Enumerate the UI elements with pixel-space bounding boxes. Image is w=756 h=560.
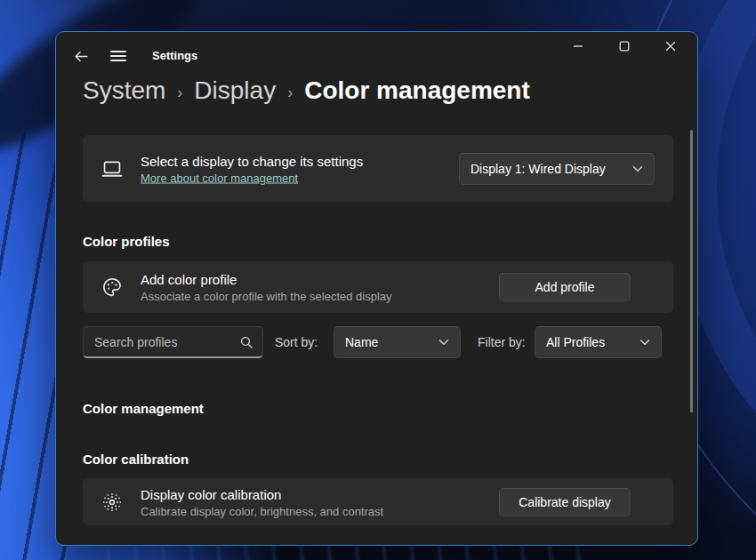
- filter-by-dropdown[interactable]: All Profiles: [535, 326, 662, 358]
- display-selector-title: Select a display to change its settings: [141, 153, 363, 168]
- search-profiles-box: [83, 326, 263, 358]
- brightness-calibration-icon: [101, 491, 124, 514]
- sort-by-value: Name: [345, 335, 378, 349]
- minimize-icon: [573, 41, 583, 52]
- desktop: Settings: [0, 0, 756, 560]
- color-profiles-heading: Color profiles: [83, 234, 170, 249]
- breadcrumb-system[interactable]: System: [83, 76, 165, 105]
- sort-by-label: Sort by:: [275, 335, 318, 349]
- color-management-heading: Color management: [83, 401, 204, 416]
- add-color-profile-card: Add color profile Associate a color prof…: [83, 261, 673, 313]
- display-color-calibration-card: Display color calibration Calibrate disp…: [83, 478, 673, 525]
- breadcrumb-display[interactable]: Display: [194, 76, 276, 105]
- minimize-button[interactable]: [558, 33, 599, 60]
- display-select-value: Display 1: Wired Display: [470, 162, 606, 176]
- close-button[interactable]: [650, 33, 691, 60]
- breadcrumb-current-page: Color management: [304, 76, 530, 105]
- window-controls: [558, 33, 691, 60]
- close-icon: [665, 41, 676, 52]
- titlebar: Settings: [56, 32, 697, 71]
- laptop-icon: [101, 157, 124, 180]
- maximize-button[interactable]: [604, 33, 645, 60]
- breadcrumb: System › Display › Color management: [83, 76, 530, 105]
- add-color-profile-subtitle: Associate a color profile with the selec…: [141, 290, 392, 303]
- search-icon[interactable]: [240, 336, 253, 348]
- nav-menu-button[interactable]: [104, 43, 133, 69]
- sort-by-dropdown[interactable]: Name: [334, 326, 461, 358]
- breadcrumb-separator: ›: [177, 80, 182, 102]
- vertical-scrollbar[interactable]: [690, 130, 693, 412]
- hamburger-icon: [110, 50, 126, 62]
- display-color-calibration-subtitle: Calibrate display color, brightness, and…: [141, 504, 383, 517]
- back-button[interactable]: [67, 43, 95, 69]
- color-calibration-heading: Color calibration: [83, 452, 189, 467]
- display-selector-text: Select a display to change its settings …: [141, 153, 363, 184]
- display-color-calibration-text: Display color calibration Calibrate disp…: [141, 486, 383, 517]
- profiles-toolbar: Sort by: Name Filter by: All Profiles: [83, 326, 673, 358]
- filter-by-label: Filter by:: [478, 335, 526, 349]
- chevron-down-icon: [438, 339, 449, 346]
- display-select-dropdown[interactable]: Display 1: Wired Display: [459, 153, 655, 185]
- display-color-calibration-title: Display color calibration: [141, 486, 383, 501]
- chevron-down-icon: [639, 339, 650, 346]
- add-color-profile-text: Add color profile Associate a color prof…: [141, 272, 392, 303]
- back-arrow-icon: [74, 50, 89, 63]
- app-title: Settings: [152, 49, 197, 62]
- add-profile-button[interactable]: Add profile: [499, 273, 631, 301]
- display-selector-card: Select a display to change its settings …: [83, 135, 673, 202]
- calibrate-display-button[interactable]: Calibrate display: [499, 488, 631, 516]
- more-about-color-management-link[interactable]: More about color management: [141, 171, 298, 184]
- palette-icon: [101, 276, 124, 299]
- search-profiles-input[interactable]: [84, 327, 230, 356]
- filter-by-value: All Profiles: [546, 335, 605, 349]
- chevron-down-icon: [632, 165, 643, 172]
- settings-window: Settings: [55, 31, 698, 546]
- breadcrumb-separator: ›: [287, 80, 293, 102]
- maximize-icon: [619, 41, 630, 52]
- add-color-profile-title: Add color profile: [141, 272, 392, 287]
